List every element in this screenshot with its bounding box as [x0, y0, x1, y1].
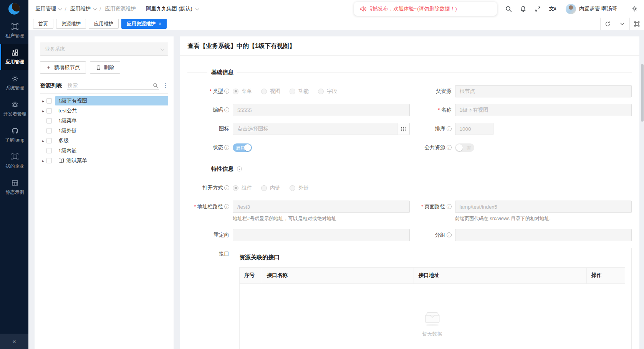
sidebar-item-tenant[interactable]: 租户管理 [0, 18, 28, 44]
state-toggle[interactable]: 启用 [233, 143, 252, 152]
sidebar-item-developer[interactable]: 开发者管理 [0, 96, 28, 122]
tree-checkbox[interactable] [46, 148, 52, 153]
tree-toolbar: ＋ 新增根节点 删除 [40, 61, 168, 74]
announcement-text-clip: 震撼发布，欢迎体验~(请勿删除数据！) [370, 5, 492, 12]
radio-component[interactable]: 组件 [233, 182, 252, 194]
search-icon[interactable] [505, 6, 512, 12]
group-input[interactable] [455, 229, 632, 241]
icon-picker-button[interactable] [397, 123, 410, 135]
close-icon[interactable]: × [159, 21, 161, 26]
sidebar-item-lamp[interactable]: 了解lamp [0, 122, 28, 148]
tree-node[interactable]: ▸ 测试菜单 [40, 156, 168, 166]
tree-checkbox[interactable] [46, 138, 52, 143]
settings-gear-icon[interactable] [631, 6, 638, 12]
icon-input[interactable]: 点击选择图标 [233, 123, 397, 135]
tree-checkbox[interactable] [46, 108, 52, 114]
tree-node-label[interactable]: test公共 [55, 106, 168, 115]
expand-icon[interactable] [629, 18, 644, 30]
radio-outer-link[interactable]: 外链 [290, 182, 309, 194]
username: 内置超管-啊汤哥 [579, 5, 617, 12]
tree-node[interactable]: ▸ 多级 [40, 136, 168, 146]
resource-list-header: 资源列表 ⋮ [40, 81, 168, 94]
sidebar-item-label: 静态示例 [2, 189, 28, 196]
tree-node[interactable]: 1级菜单 [40, 116, 168, 126]
tree-search-input[interactable] [68, 82, 153, 88]
tab-resource-maintenance[interactable]: 资源维护 [56, 19, 86, 29]
url-path-input[interactable]: /test3 [233, 201, 410, 213]
page-path-hint: 前端页面代码在 src/views 目录下的相对地址. [455, 216, 632, 222]
app-logo[interactable] [0, 0, 28, 18]
translate-icon[interactable]: 文A [549, 5, 556, 12]
vertical-scrollbar[interactable] [641, 64, 644, 349]
appstore-icon [2, 49, 28, 56]
breadcrumb-app-management[interactable]: 应用管理 [35, 5, 61, 12]
name-input[interactable]: 1级下有视图 [455, 104, 632, 116]
sidebar-item-label: 系统管理 [2, 85, 28, 91]
page-path-input[interactable]: lamp/test/index5 [455, 201, 632, 213]
radio-function[interactable]: 功能 [290, 85, 309, 97]
radio-field[interactable]: 字段 [318, 85, 337, 97]
tab-home[interactable]: 首页 [33, 19, 53, 29]
more-options-icon[interactable]: ⋮ [162, 82, 168, 89]
tenant-selector[interactable]: 阿里九九集团 (默认) [146, 5, 198, 12]
topbar: 应用管理 / 应用维护 / 应用资源维护 阿里九九集团 (默认) 震撼发布，欢迎… [28, 0, 644, 18]
caret-icon[interactable]: ▸ [40, 159, 46, 163]
tab-app-maintenance[interactable]: 应用维护 [89, 19, 119, 29]
field-open-with: 打开方式i 组件 内链 外链 [187, 182, 410, 194]
user-menu[interactable]: 内置超管-啊汤哥 [566, 4, 617, 14]
url-path-hint: 地址栏#号后显示的地址，可以是相对或绝对地址 [233, 216, 410, 222]
sidebar-item-enterprise[interactable]: 我的企业 [0, 148, 28, 174]
sidebar-item-application[interactable]: 应用管理 [0, 44, 28, 70]
redirect-input[interactable] [233, 229, 410, 241]
tree-checkbox[interactable] [46, 98, 52, 104]
api-card: 资源关联的接口 序号 接口名称 接口地址 操作 [233, 248, 632, 349]
code-input[interactable]: 55555 [233, 104, 410, 116]
tab-app-resource-maintenance[interactable]: 应用资源维护 × [121, 19, 167, 29]
api-table-header: 序号 接口名称 接口地址 操作 [240, 268, 625, 284]
tree-node[interactable]: ▸ 1级下有视图 [40, 96, 168, 106]
add-root-node-button[interactable]: ＋ 新增根节点 [40, 61, 86, 74]
fullscreen-icon[interactable] [535, 6, 541, 12]
required-mark: * [438, 107, 440, 113]
breadcrumb-app-maintenance[interactable]: 应用维护 [70, 5, 96, 12]
tree-node-label[interactable]: 1级外链 [55, 126, 168, 135]
parent-resource-input[interactable]: 根节点 [455, 85, 632, 97]
sidebar-item-static-demo[interactable]: 静态示例 [0, 174, 28, 200]
sidebar-item-system[interactable]: 系统管理 [0, 70, 28, 96]
field-icon: 图标 点击选择图标 [187, 123, 410, 135]
field-parent-resource: 父资源 根节点 [410, 85, 632, 97]
field-sort: 排序i 1000 [410, 123, 632, 135]
tree-node[interactable]: 1级内嵌 [40, 146, 168, 156]
breadcrumb: 应用管理 / 应用维护 / 应用资源维护 [35, 5, 136, 12]
tree-node-label[interactable]: 1级内嵌 [55, 146, 168, 155]
info-icon: i [447, 204, 452, 209]
tree-checkbox[interactable] [46, 128, 52, 133]
caret-icon[interactable]: ▸ [40, 139, 46, 143]
field-state: 状态i 启用 [187, 142, 410, 154]
radio-menu[interactable]: 菜单 [233, 85, 252, 97]
radio-view[interactable]: 视图 [261, 85, 280, 97]
radio-inner-link[interactable]: 内链 [261, 182, 280, 194]
tree-node-label[interactable]: 测试菜单 [55, 156, 168, 165]
tree-search[interactable] [67, 81, 159, 90]
public-resource-toggle[interactable]: 否 [455, 143, 474, 152]
bell-icon[interactable] [520, 6, 526, 12]
tree-checkbox[interactable] [46, 118, 52, 123]
breadcrumb-separator: / [65, 6, 66, 12]
tree-node[interactable]: ▸ test公共 [40, 106, 168, 116]
caret-icon[interactable]: ▸ [40, 109, 46, 113]
tree-node-label[interactable]: 1级下有视图 [55, 96, 168, 105]
scrollbar-thumb[interactable] [641, 64, 644, 122]
chevron-down-icon[interactable] [615, 18, 629, 30]
delete-button[interactable]: 删除 [90, 61, 120, 74]
sidebar-collapse-button[interactable]: « [0, 334, 28, 349]
tree-node-label[interactable]: 1级菜单 [55, 116, 168, 125]
refresh-icon[interactable] [600, 18, 615, 30]
announcement-banner[interactable]: 震撼发布，欢迎体验~(请勿删除数据！) [354, 2, 497, 16]
tree-node-label[interactable]: 多级 [55, 136, 168, 145]
sort-input[interactable]: 1000 [455, 123, 493, 135]
business-system-select[interactable]: 业务系统 [40, 43, 168, 56]
tree-node[interactable]: 1级外链 [40, 126, 168, 136]
caret-icon[interactable]: ▸ [40, 99, 46, 103]
tree-checkbox[interactable] [46, 158, 52, 163]
